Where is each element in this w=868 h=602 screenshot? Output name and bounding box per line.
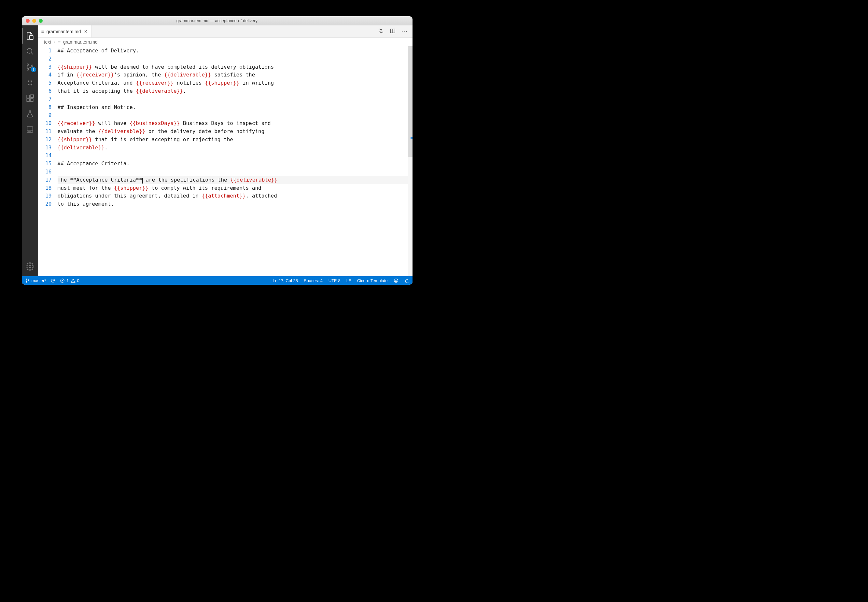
notifications-icon[interactable]: [404, 278, 409, 283]
svg-rect-0: [29, 35, 33, 40]
code-line[interactable]: The **Acceptance Criteria** are the spec…: [58, 176, 408, 184]
breadcrumb[interactable]: text › ≡ grammar.tem.md: [38, 38, 412, 46]
code-line[interactable]: [58, 152, 408, 160]
tab-bar: ≡ grammar.tem.md × ···: [38, 25, 412, 38]
svg-point-3: [27, 64, 29, 65]
svg-point-14: [29, 266, 31, 268]
code-line[interactable]: must meet for the {{shipper}} to comply …: [58, 184, 408, 192]
line-number: 5: [38, 79, 52, 87]
svg-point-5: [31, 65, 33, 66]
indentation-status[interactable]: Spaces: 4: [304, 278, 323, 283]
code-line[interactable]: evaluate the {{deliverable}} on the deli…: [58, 127, 408, 136]
minimap[interactable]: [408, 46, 412, 276]
eol-status[interactable]: LF: [346, 278, 351, 283]
zoom-window-button[interactable]: [39, 19, 43, 23]
explorer-icon[interactable]: [22, 28, 38, 44]
svg-point-29: [397, 280, 397, 280]
line-number: 8: [38, 103, 52, 112]
line-number: 10: [38, 120, 52, 127]
panel-icon[interactable]: [22, 122, 38, 137]
activity-bar: 1: [22, 25, 38, 276]
svg-point-21: [28, 279, 29, 280]
line-number: 20: [38, 200, 52, 208]
extensions-icon[interactable]: [22, 91, 38, 106]
line-number: 12: [38, 136, 52, 144]
code-content[interactable]: ## Acceptance of Delivery. {{shipper}} w…: [58, 46, 408, 276]
compare-changes-icon[interactable]: [378, 28, 384, 35]
feedback-icon[interactable]: [394, 278, 399, 283]
problems-status[interactable]: 1 0: [60, 278, 79, 283]
source-control-icon[interactable]: 1: [22, 59, 38, 75]
line-number: 2: [38, 55, 52, 63]
code-line[interactable]: [58, 111, 408, 120]
minimap-viewport[interactable]: [408, 46, 412, 157]
git-branch-status[interactable]: master*: [25, 278, 46, 283]
code-line[interactable]: [58, 55, 408, 63]
code-line[interactable]: {{shipper}} will be deemed to have compl…: [58, 63, 408, 71]
search-icon[interactable]: [22, 44, 38, 59]
status-bar: master* 1 0 Ln 17, Col 28 Spaces: 4 UTF-…: [22, 276, 412, 285]
close-icon[interactable]: ×: [83, 29, 88, 34]
breadcrumb-folder[interactable]: text: [44, 39, 51, 45]
line-number: 4: [38, 71, 52, 79]
line-number: 7: [38, 95, 52, 103]
settings-gear-icon[interactable]: [22, 259, 38, 274]
code-line[interactable]: that it is accepting the {{deliverable}}…: [58, 87, 408, 95]
file-icon: ≡: [42, 29, 44, 34]
chevron-right-icon: ›: [54, 39, 55, 45]
code-line[interactable]: ## Inspection and Notice.: [58, 103, 408, 112]
line-number: 3: [38, 63, 52, 71]
svg-line-2: [31, 53, 33, 55]
traffic-lights: [22, 19, 43, 23]
beaker-icon[interactable]: [22, 106, 38, 122]
line-number: 15: [38, 160, 52, 168]
svg-rect-7: [27, 95, 30, 98]
code-line[interactable]: [58, 95, 408, 103]
file-icon: ≡: [58, 39, 60, 45]
tab-grammar[interactable]: ≡ grammar.tem.md ×: [38, 25, 91, 37]
code-line[interactable]: [58, 168, 408, 176]
split-editor-icon[interactable]: [390, 28, 396, 35]
code-line[interactable]: to this agreement.: [58, 200, 408, 208]
minimize-window-button[interactable]: [32, 19, 36, 23]
tab-label: grammar.tem.md: [46, 29, 81, 34]
code-line[interactable]: {{receiver}} will have {{businessDays}} …: [58, 120, 408, 127]
line-number: 19: [38, 192, 52, 200]
more-actions-icon[interactable]: ···: [402, 29, 408, 34]
line-number-gutter: 1234567891011121314151617181920: [38, 46, 58, 276]
line-number: 17: [38, 176, 52, 184]
breadcrumb-file[interactable]: grammar.tem.md: [63, 39, 98, 45]
language-mode-status[interactable]: Cicero Template: [357, 278, 388, 283]
code-editor[interactable]: 1234567891011121314151617181920 ## Accep…: [38, 46, 412, 276]
line-number: 6: [38, 87, 52, 95]
line-number: 11: [38, 127, 52, 136]
svg-point-16: [382, 32, 383, 33]
svg-point-15: [379, 29, 380, 30]
sync-icon[interactable]: [51, 278, 55, 283]
code-line[interactable]: obligations under this agreement, detail…: [58, 192, 408, 200]
code-line[interactable]: ## Acceptance of Delivery.: [58, 47, 408, 55]
line-number: 14: [38, 152, 52, 160]
svg-point-27: [394, 278, 397, 282]
line-number: 16: [38, 168, 52, 176]
line-number: 13: [38, 144, 52, 152]
svg-rect-9: [30, 98, 33, 101]
close-window-button[interactable]: [26, 19, 30, 23]
code-line[interactable]: Acceptance Criteria, and {{receiver}} no…: [58, 79, 408, 87]
line-number: 1: [38, 47, 52, 55]
code-line[interactable]: {{deliverable}}.: [58, 144, 408, 152]
debug-icon[interactable]: [22, 75, 38, 91]
line-number: 9: [38, 111, 52, 120]
svg-point-26: [73, 281, 73, 282]
window-title: grammar.tem.md — acceptance-of-delivery: [22, 18, 412, 23]
encoding-status[interactable]: UTF-8: [328, 278, 340, 283]
code-line[interactable]: {{shipper}} that it is either accepting …: [58, 136, 408, 144]
minimap-cursor-mark: [411, 137, 412, 139]
svg-rect-8: [27, 98, 30, 101]
svg-rect-10: [31, 95, 34, 98]
code-line[interactable]: if in {{receiver}}'s opinion, the {{deli…: [58, 71, 408, 79]
cursor-position-status[interactable]: Ln 17, Col 28: [273, 278, 298, 283]
svg-point-19: [26, 278, 27, 280]
code-line[interactable]: ## Acceptance Criteria.: [58, 160, 408, 168]
svg-point-1: [27, 49, 32, 53]
